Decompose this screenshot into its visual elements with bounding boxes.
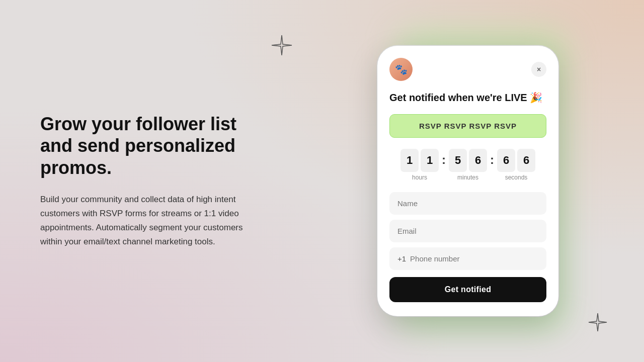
colon-1: :: [441, 149, 447, 167]
hours-label: hours: [412, 174, 427, 181]
phone-mockup: 🐾 × Get notified when we're LIVE 🎉 RSVP …: [377, 46, 558, 316]
left-section: Grow your follower list and send persona…: [0, 83, 292, 279]
colon-2: :: [489, 149, 495, 167]
countdown-timer: 1 1 hours : 5 6 minutes : 6: [389, 149, 546, 181]
close-button[interactable]: ×: [531, 62, 546, 77]
phone-field-wrapper: +1: [389, 247, 546, 270]
seconds-digit-2: 6: [517, 149, 535, 172]
phone-input[interactable]: [410, 247, 538, 270]
brand-avatar-icon: 🐾: [389, 58, 413, 81]
get-notified-button[interactable]: Get notified: [389, 277, 546, 302]
hours-digit-2: 1: [421, 149, 439, 172]
seconds-group: 6 6 seconds: [497, 149, 535, 181]
hours-digits: 1 1: [400, 149, 439, 172]
seconds-digits: 6 6: [497, 149, 535, 172]
minutes-digit-1: 5: [449, 149, 467, 172]
minutes-group: 5 6 minutes: [449, 149, 487, 181]
minutes-digits: 5 6: [449, 149, 487, 172]
seconds-digit-1: 6: [497, 149, 515, 172]
phone-top-bar: 🐾 ×: [389, 58, 546, 81]
minutes-digit-2: 6: [469, 149, 487, 172]
sub-text: Build your community and collect data of…: [40, 193, 262, 249]
rsvp-button[interactable]: RSVP RSVP RSVP RSVP: [389, 114, 546, 138]
seconds-label: seconds: [505, 174, 528, 181]
phone-prefix: +1: [397, 254, 406, 263]
name-input[interactable]: [389, 192, 546, 215]
content-wrapper: Grow your follower list and send persona…: [0, 0, 644, 362]
hours-digit-1: 1: [400, 149, 419, 172]
email-input[interactable]: [389, 220, 546, 242]
brand-avatar: 🐾: [389, 58, 413, 81]
minutes-label: minutes: [457, 174, 478, 181]
right-section: 🐾 × Get notified when we're LIVE 🎉 RSVP …: [292, 0, 644, 362]
star-decoration-bottom: [588, 312, 608, 334]
star-decoration-top: [271, 34, 293, 58]
hours-group: 1 1 hours: [400, 149, 439, 181]
card-heading: Get notified when we're LIVE 🎉: [389, 91, 546, 104]
main-heading: Grow your follower list and send persona…: [40, 113, 262, 178]
